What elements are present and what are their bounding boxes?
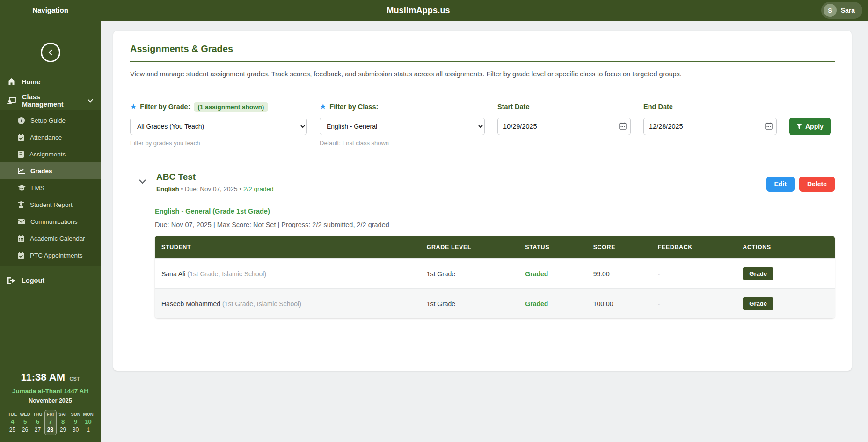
calendar-column[interactable]: TUE 4 25 (7, 410, 19, 435)
star-icon: ★ (130, 103, 137, 110)
class-title-link[interactable]: English - General (Grade 1st Grade) (155, 207, 835, 215)
calendar-date: 25 (9, 427, 15, 433)
calendar-column[interactable]: MON 10 1 (82, 410, 95, 435)
assignment-due: Due: Nov 07, 2025 (185, 185, 238, 192)
sidebar-item-attendance[interactable]: Attendance (0, 129, 101, 146)
assignment-count-badge: (1 assignment shown) (194, 102, 269, 112)
sidebar-item-label: Academic Calendar (30, 235, 85, 242)
filter-class-helper: Default: First class shown (320, 140, 485, 147)
sidebar-item-logout[interactable]: Logout (0, 271, 101, 290)
calendar-date: 10 (85, 418, 91, 425)
calendar-column[interactable]: THU 6 27 (32, 410, 44, 435)
sidebar-item-academic-calendar[interactable]: Academic Calendar (0, 230, 101, 247)
calendar-day-name: FRI (47, 412, 54, 417)
assignment-actions: Edit Delete (766, 172, 835, 192)
apply-filters-button[interactable]: Apply (789, 118, 831, 135)
student-name: Haseeb Mohammed (161, 300, 220, 308)
sidebar-item-home[interactable]: Home (0, 73, 101, 91)
user-name: Sara (841, 7, 855, 14)
col-grade-level: GRADE LEVEL (420, 236, 519, 259)
sidebar-item-label: Communications (30, 218, 78, 225)
assignment-info: ABC Test English • Due: Nov 07, 2025 • 2… (156, 172, 273, 192)
end-date-label: End Date (643, 103, 673, 110)
sidebar-collapse-button[interactable] (41, 43, 60, 62)
col-student: STUDENT (155, 236, 420, 259)
start-date-group: Start Date (497, 101, 631, 135)
sidebar-item-assignments[interactable]: Assignments (0, 146, 101, 162)
sidebar-item-label: Student Report (30, 201, 73, 208)
grade-button[interactable]: Grade (743, 267, 773, 280)
class-select[interactable]: English - General (320, 118, 485, 135)
assignment-name: ABC Test (156, 172, 273, 182)
page-description: View and manage student assignment grade… (130, 70, 835, 78)
sidebar: Home Class Management i Setup Guide Atte… (0, 21, 101, 442)
calendar-date: 26 (22, 427, 28, 433)
calendar-icon (18, 235, 24, 242)
calendar-column[interactable]: WED 5 26 (19, 410, 31, 435)
sidebar-item-label: Attendance (30, 134, 62, 141)
student-icon (18, 201, 24, 208)
sidebar-item-student-report[interactable]: Student Report (0, 196, 101, 213)
sidebar-item-label: Assignments (29, 151, 66, 158)
sidebar-item-class-management[interactable]: Class Management (0, 91, 101, 110)
sidebar-item-lms[interactable]: LMS (0, 179, 101, 196)
calendar-column[interactable]: SUN 9 30 (70, 410, 82, 435)
apply-group: Apply (789, 101, 831, 135)
chart-line-icon (18, 168, 25, 174)
separator-dot: • (181, 185, 183, 192)
assignment-toggle-button[interactable] (130, 172, 146, 185)
student-name: Sana Ali (161, 270, 185, 278)
sidebar-item-label: PTC Appointments (30, 252, 83, 259)
edit-button[interactable]: Edit (766, 177, 795, 192)
home-icon (7, 78, 15, 86)
student-note: (1st Grade, Islamic School) (222, 300, 301, 308)
chevron-down-icon (139, 179, 146, 184)
app-title: MuslimApps.us (387, 6, 450, 15)
student-cell: Haseeb Mohammed (1st Grade, Islamic Scho… (155, 289, 420, 319)
calendar-day-name: WED (20, 412, 30, 417)
calendar-month: November 2025 (0, 398, 101, 404)
filter-bar: ★ Filter by Grade: (1 assignment shown) … (130, 101, 835, 147)
sidebar-header: Navigation (0, 6, 101, 15)
filter-grade-label: Filter by Grade: (140, 103, 190, 110)
grades-table: STUDENT GRADE LEVEL STATUS SCORE FEEDBAC… (155, 236, 835, 318)
clock-time: 11:38 AM (21, 371, 65, 383)
calendar-date: 9 (74, 418, 77, 425)
calendar-column[interactable]: SAT 8 29 (57, 410, 69, 435)
end-date-input[interactable] (643, 118, 777, 135)
col-actions: ACTIONS (736, 236, 835, 259)
calendar-date: 7 (49, 418, 52, 425)
table-row: Haseeb Mohammed (1st Grade, Islamic Scho… (155, 289, 835, 319)
class-meta: Due: Nov 07, 2025 | Max Score: Not Set |… (155, 221, 835, 228)
sidebar-item-grades[interactable]: Grades (0, 162, 101, 179)
calendar-date: 28 (47, 427, 53, 433)
start-date-input[interactable] (497, 118, 631, 135)
chevron-left-icon (47, 49, 54, 56)
sidebar-item-ptc-appointments[interactable]: PTC Appointments (0, 247, 101, 264)
status-badge: Graded (518, 259, 586, 289)
grade-level-cell: 1st Grade (420, 289, 519, 319)
calendar-day-name: THU (33, 412, 43, 417)
mini-calendar: TUE 4 25 WED 5 26 THU 6 27 FRI 7 28 SAT (0, 410, 101, 435)
envelope-icon (18, 219, 25, 224)
calendar-picker-icon[interactable] (619, 122, 627, 130)
end-date-group: End Date (643, 101, 777, 135)
score-cell: 100.00 (587, 289, 651, 319)
calendar-day-name: SUN (71, 412, 80, 417)
logout-icon (7, 277, 15, 284)
filter-funnel-icon (796, 124, 802, 129)
sidebar-item-communications[interactable]: Communications (0, 213, 101, 230)
chevron-down-icon (88, 99, 93, 103)
apply-label: Apply (805, 123, 824, 130)
user-menu-button[interactable]: S Sara (821, 2, 862, 19)
grade-button[interactable]: Grade (743, 297, 773, 310)
calendar-picker-icon[interactable] (765, 122, 773, 130)
filter-grade-helper: Filter by grades you teach (130, 140, 307, 147)
calendar-day-name: TUE (8, 412, 17, 417)
filter-class-group: ★ Filter by Class: English - General Def… (320, 101, 485, 147)
grade-select[interactable]: All Grades (You Teach) (130, 118, 307, 135)
calendar-column-today[interactable]: FRI 7 28 (44, 410, 57, 435)
sidebar-item-setup-guide[interactable]: i Setup Guide (0, 112, 101, 129)
sidebar-item-label: LMS (31, 184, 44, 192)
delete-button[interactable]: Delete (799, 177, 835, 192)
